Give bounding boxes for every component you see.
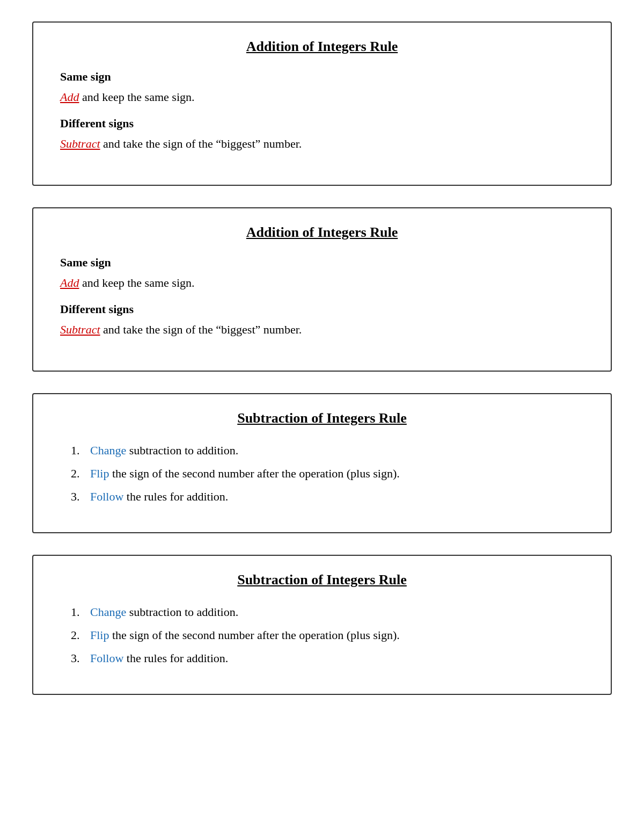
addition-rule-card-2: Addition of Integers Rule Same sign Add … — [32, 207, 612, 372]
add-keyword-1: Add — [60, 90, 79, 104]
card-title-4: Subtraction of Integers Rule — [60, 572, 584, 588]
diff-sign-text-2: and take the sign of the “biggest” numbe… — [103, 323, 302, 336]
diff-sign-rule-2: Subtract and take the sign of the “bigge… — [60, 321, 584, 338]
same-sign-text-1: and keep the same sign. — [82, 90, 195, 104]
list-item-3b: Follow the rules for addition. — [71, 649, 584, 667]
list-item-3a: Follow the rules for addition. — [71, 488, 584, 505]
subtraction-list-2: Change subtraction to addition. Flip the… — [60, 603, 584, 667]
addition-rule-card-1: Addition of Integers Rule Same sign Add … — [32, 21, 612, 186]
subtract-keyword-2: Subtract — [60, 323, 100, 336]
change-text-1: subtraction to addition. — [129, 444, 238, 457]
subtraction-rule-card-2: Subtraction of Integers Rule Change subt… — [32, 555, 612, 695]
diff-sign-label-2: Different signs — [60, 302, 584, 316]
same-sign-text-2: and keep the same sign. — [82, 276, 195, 289]
list-item-1a: Change subtraction to addition. — [71, 441, 584, 459]
subtraction-list-1: Change subtraction to addition. Flip the… — [60, 441, 584, 505]
change-text-2: subtraction to addition. — [129, 605, 238, 619]
follow-text-2: the rules for addition. — [127, 651, 228, 665]
same-sign-label-1: Same sign — [60, 70, 584, 84]
change-keyword-2: Change — [90, 605, 126, 619]
follow-text-1: the rules for addition. — [127, 490, 228, 503]
diff-sign-rule-1: Subtract and take the sign of the “bigge… — [60, 135, 584, 153]
list-item-1b: Change subtraction to addition. — [71, 603, 584, 621]
follow-keyword-1: Follow — [90, 490, 123, 503]
follow-keyword-2: Follow — [90, 651, 123, 665]
list-item-2b: Flip the sign of the second number after… — [71, 626, 584, 644]
same-sign-rule-2: Add and keep the same sign. — [60, 274, 584, 292]
same-sign-label-2: Same sign — [60, 256, 584, 270]
diff-sign-label-1: Different signs — [60, 117, 584, 130]
subtract-keyword-1: Subtract — [60, 137, 100, 150]
flip-keyword-2: Flip — [90, 628, 109, 642]
list-item-2a: Flip the sign of the second number after… — [71, 465, 584, 482]
card-title-1: Addition of Integers Rule — [60, 39, 584, 55]
flip-text-1: the sign of the second number after the … — [112, 467, 400, 480]
same-sign-rule-1: Add and keep the same sign. — [60, 88, 584, 106]
diff-sign-text-1: and take the sign of the “biggest” numbe… — [103, 137, 302, 150]
flip-text-2: the sign of the second number after the … — [112, 628, 400, 642]
add-keyword-2: Add — [60, 276, 79, 289]
card-title-2: Addition of Integers Rule — [60, 224, 584, 241]
subtraction-rule-card-1: Subtraction of Integers Rule Change subt… — [32, 393, 612, 533]
change-keyword-1: Change — [90, 444, 126, 457]
card-title-3: Subtraction of Integers Rule — [60, 410, 584, 426]
flip-keyword-1: Flip — [90, 467, 109, 480]
